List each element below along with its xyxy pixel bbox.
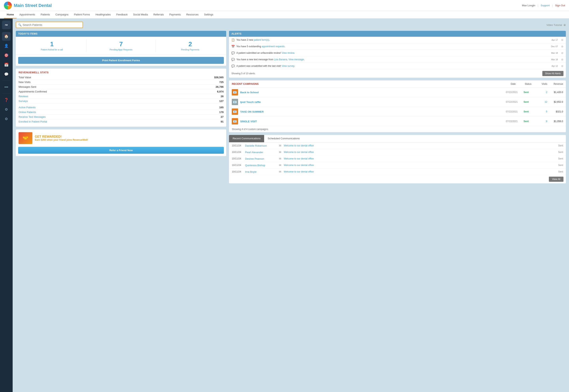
stats-val-appts: 6,974 xyxy=(217,90,224,93)
alert-dismiss-2[interactable]: ⊗ xyxy=(561,45,563,48)
sidebar-target-icon[interactable]: 🎯 xyxy=(2,51,11,60)
stat-pending-appt[interactable]: 7 Pending Appt Requests xyxy=(86,40,156,52)
tab-healthgrades[interactable]: Healthgrades xyxy=(93,11,113,18)
support-link[interactable]: Support xyxy=(541,4,550,7)
campaign-visits-3[interactable]: 5 xyxy=(537,110,547,113)
sidebar-more-icon[interactable]: ••• xyxy=(2,83,11,91)
tab-recent-comm[interactable]: Recent Communications xyxy=(229,135,264,142)
sidebar-help-icon[interactable]: ❓ xyxy=(2,96,11,104)
tab-campaigns[interactable]: Campaigns xyxy=(53,11,71,18)
comm-name-2[interactable]: Pearl Alexander xyxy=(245,151,277,154)
alert-row-3: 💬 A patient submitted an unfavorable rev… xyxy=(229,50,566,56)
sign-out-link[interactable]: Sign Out xyxy=(555,4,565,7)
stats-row-appts: Appointments Confirmed 6,974 xyxy=(19,89,223,94)
alert-icon-5: 💬 xyxy=(231,64,235,68)
comm-subject-3[interactable]: Welcome to our dental office xyxy=(284,157,556,160)
tab-appointments[interactable]: Appointments xyxy=(17,11,38,18)
tab-patient-forms[interactable]: Patient Forms xyxy=(71,11,93,18)
campaign-row-1: 📧 Back to School 07/22/2021 Sent 2 $1,42… xyxy=(229,87,566,97)
stats-row-online-patients[interactable]: Online Patients 179 xyxy=(19,110,223,115)
campaign-visits-2[interactable]: 12 xyxy=(537,100,547,103)
header-right: Max Longin | Support | Sign Out xyxy=(522,4,565,7)
stats-row-reviews[interactable]: Reviews 26 xyxy=(19,94,223,99)
alert-link-survey[interactable]: View survey xyxy=(282,65,294,67)
stats-row-receive-text[interactable]: Receive Text Messages 27 xyxy=(19,115,223,119)
sidebar-logo[interactable]: rw xyxy=(2,21,11,29)
alert-dismiss-3[interactable]: ⊗ xyxy=(561,51,563,55)
sidebar-home-icon[interactable]: 🏠 xyxy=(2,32,11,41)
campaign-status-3: Sent xyxy=(524,110,535,113)
tab-resources[interactable]: Resources xyxy=(183,11,201,18)
stats-label-enrolled[interactable]: Enrolled In Patient Portal xyxy=(19,120,47,123)
alert-link-forms[interactable]: patient form(s) xyxy=(254,39,269,41)
comm-subject-5[interactable]: Welcome to our dental office xyxy=(284,170,556,173)
alert-link-review[interactable]: View review xyxy=(282,52,294,54)
campaigns-card: RECENT CAMPAIGNS Date Status Visits Reve… xyxy=(229,80,566,132)
stat-patient-call[interactable]: 1 Patient Asked for a call xyxy=(17,40,86,52)
alert-date-5: Apr 12 xyxy=(552,65,558,67)
search-input-wrap[interactable]: 🔍 xyxy=(16,22,83,28)
stats-row-surveys[interactable]: Surveys 127 xyxy=(19,99,223,104)
tab-patients[interactable]: Patients xyxy=(38,11,53,18)
view-all-btn[interactable]: View All xyxy=(549,177,563,182)
tab-social-media[interactable]: Social Media xyxy=(130,11,151,18)
campaign-name-3[interactable]: TAKE ON SUMMER xyxy=(240,110,504,113)
comm-name-1[interactable]: Danielle Robertson xyxy=(245,144,277,147)
search-input[interactable] xyxy=(23,23,81,27)
search-icon: 🔍 xyxy=(18,23,22,27)
tab-scheduled-comm[interactable]: Scheduled Communications xyxy=(264,135,303,142)
sidebar-settings-icon[interactable]: ⚙ xyxy=(2,115,11,123)
campaign-name-4[interactable]: SINGLE VISIT xyxy=(240,120,504,123)
tab-payments[interactable]: Payments xyxy=(167,11,183,18)
comm-subject-1[interactable]: Welcome to our dental office xyxy=(284,144,556,147)
show-all-alerts-btn[interactable]: Show All Alerts xyxy=(542,71,563,76)
sidebar-chat-icon[interactable]: 💬 xyxy=(2,70,11,79)
sidebar-person-icon[interactable]: 👤 xyxy=(2,42,11,50)
stats-row-enrolled[interactable]: Enrolled In Patient Portal 91 xyxy=(19,119,223,124)
sidebar-filter-icon[interactable]: ⚙ xyxy=(2,105,11,114)
campaign-visits-1[interactable]: 2 xyxy=(537,91,547,94)
comm-subject-4[interactable]: Welcome to our dental office xyxy=(284,164,556,167)
comm-msg-icon-2: ✉ xyxy=(279,151,281,154)
stats-table: Total Value $38,565 New Visits 725 Messa… xyxy=(16,75,226,127)
campaign-name-1[interactable]: Back to School xyxy=(240,91,504,94)
stat-pending-appt-num: 7 xyxy=(88,41,154,48)
alert-row-5: 💬 A patient was unsatisfied with the las… xyxy=(229,63,566,69)
stats-row-active-patients[interactable]: Active Patients 165 xyxy=(19,105,223,110)
alert-link-lisa[interactable]: Lisa Banana xyxy=(274,58,287,61)
alert-dismiss-5[interactable]: ⊗ xyxy=(561,64,563,68)
stat-pending-pay[interactable]: 2 Pending Payments xyxy=(156,40,225,52)
stats-card: REVENUEWELL STATS Total Value $38,565 Ne… xyxy=(16,69,226,127)
campaign-date-3: 07/22/2021 xyxy=(506,110,522,113)
refer-friend-btn[interactable]: Refer a Friend Now xyxy=(18,147,224,154)
stats-label-active-patients[interactable]: Active Patients xyxy=(19,106,36,109)
alerts-footer: Showing 5 of 10 alerts. Show All Alerts xyxy=(229,69,566,78)
tab-feedback[interactable]: Feedback xyxy=(114,11,130,18)
stats-val-surveys: 127 xyxy=(219,99,224,103)
comm-msg-icon-4: ✉ xyxy=(279,164,281,167)
video-tutorial[interactable]: Video Tutorial 🖥 xyxy=(546,24,566,27)
comm-name-3[interactable]: Desiree Pearson xyxy=(245,157,277,160)
stats-label-receive-text[interactable]: Receive Text Messages xyxy=(19,115,46,118)
tab-settings[interactable]: Settings xyxy=(201,11,216,18)
stats-label-surveys[interactable]: Surveys xyxy=(19,99,28,103)
alert-link-view-msg[interactable]: View message xyxy=(289,58,304,61)
comm-subject-2[interactable]: Welcome to our dental office xyxy=(284,151,556,154)
sidebar-calendar-icon[interactable]: 📅 xyxy=(2,60,11,69)
tab-referrals[interactable]: Referrals xyxy=(151,11,167,18)
campaign-name-2[interactable]: Ipod Touch raffle xyxy=(240,100,504,104)
alert-dismiss-4[interactable]: ⊗ xyxy=(561,58,563,61)
comm-msg-icon-1: ✉ xyxy=(279,144,281,147)
campaign-visits-4[interactable]: 8 xyxy=(537,120,547,123)
alert-dismiss-1[interactable]: ⊗ xyxy=(561,38,563,42)
campaign-date-2: 07/22/2021 xyxy=(506,100,522,103)
print-enrollment-btn[interactable]: Print Patient Enrollment Forms xyxy=(18,57,224,64)
stats-label-online-patients[interactable]: Online Patients xyxy=(19,111,36,114)
alert-link-appt[interactable]: appointment requests xyxy=(262,45,284,48)
stats-label-reviews[interactable]: Reviews xyxy=(19,95,28,98)
comm-row-3: 10/11/24 Desiree Pearson ✉ Welcome to ou… xyxy=(229,155,566,162)
comm-name-4[interactable]: Quintessa Bishop xyxy=(245,164,277,167)
alert-row-1: 📋 You have 2 new patient form(s). Apr 17… xyxy=(229,37,566,43)
tab-home[interactable]: Home xyxy=(4,11,17,18)
comm-name-5[interactable]: Ima Boyle xyxy=(245,170,277,173)
